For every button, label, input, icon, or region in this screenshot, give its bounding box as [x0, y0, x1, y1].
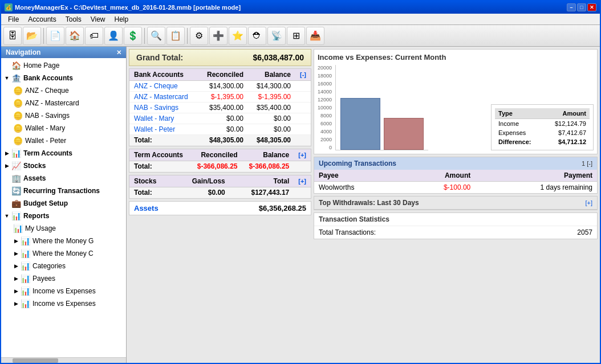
open-button[interactable]: 📂 [23, 27, 41, 45]
income2-expand-icon[interactable]: ▶ [13, 300, 19, 307]
bank-expand-icon[interactable]: ▼ [3, 75, 10, 81]
bank-toggle[interactable]: [-] [295, 69, 311, 81]
nav-stocks[interactable]: ▶ 📈 Stocks [1, 159, 126, 172]
tag-button[interactable]: 🏷 [85, 27, 103, 45]
content-inner: Grand Total: $6,038,487.00 Bank Accounts… [127, 47, 600, 363]
income1-icon: 📊 [20, 286, 30, 296]
table-row[interactable]: ANZ - Cheque $14,300.00 $14,300.00 [129, 81, 311, 92]
nav-payees[interactable]: ▶ 📊 Payees [1, 272, 126, 285]
nav-home[interactable]: 🏠 Home Page [1, 59, 126, 72]
window-title: MoneyManagerEx - C:\Dev\test_mmex_db_201… [15, 4, 241, 11]
term-toggle[interactable]: [+] [294, 149, 311, 161]
menu-tools[interactable]: Tools [61, 14, 86, 24]
menu-help[interactable]: Help [110, 14, 133, 24]
table-row[interactable]: ANZ - Mastercard $-1,395.00 $-1,395.00 [129, 92, 311, 103]
home-button[interactable]: 🏠 [66, 27, 84, 45]
nav-reports-label: Reports [23, 212, 49, 220]
account-icon-3: 🪙 [13, 111, 23, 121]
maximize-button[interactable]: □ [577, 3, 586, 11]
y-label-2000: 2000 [320, 137, 332, 142]
nav-term-accounts[interactable]: ▶ 📊 Term Accounts [1, 147, 126, 159]
menu-view[interactable]: View [86, 14, 110, 24]
withdrawals-toggle[interactable]: [+] [585, 199, 592, 206]
rss-button[interactable]: 📡 [267, 27, 286, 45]
nav-anz-cheque[interactable]: 🪙 ANZ - Cheque [1, 84, 126, 97]
legend-diff-label: Difference: [495, 137, 543, 146]
stocks-toggle[interactable]: [+] [294, 175, 311, 187]
table-row[interactable]: Wallet - Peter $0.00 $0.00 [129, 124, 311, 135]
nav-where-c-label: Where the Money C [33, 250, 94, 257]
nav-income-exp2[interactable]: ▶ 📊 Income vs Expenses [1, 297, 126, 310]
nav-reports[interactable]: ▼ 📊 Reports [1, 210, 126, 222]
where-c-expand-icon[interactable]: ▶ [13, 250, 19, 257]
stocks-col-name: Stocks [129, 175, 172, 187]
nav-my-usage[interactable]: 📊 My Usage [1, 222, 126, 235]
nav-budget[interactable]: 💼 Budget Setup [1, 197, 126, 210]
payees-expand-icon[interactable]: ▶ [13, 275, 19, 282]
nav-close-button[interactable]: ✕ [116, 49, 121, 56]
bank-row-name-5[interactable]: Wallet - Peter [129, 124, 198, 135]
table-row[interactable]: Wallet - Mary $0.00 $0.00 [129, 113, 311, 124]
income1-expand-icon[interactable]: ▶ [13, 288, 19, 295]
y-label-16000: 16000 [318, 81, 332, 87]
nav-anz-mc-label: ANZ - Mastercard [25, 99, 79, 107]
chart-section: Income vs Expenses: Current Month 20000 … [314, 49, 598, 154]
add-button[interactable]: ➕ [209, 27, 228, 45]
upcoming-row-1[interactable]: Woolworths $-100.00 1 days remaining [314, 182, 597, 194]
nav-assets[interactable]: 🏢 Assets [1, 172, 126, 185]
expense-bar [384, 118, 424, 150]
dollar-button[interactable]: 💲 [124, 27, 142, 45]
bank-row-rec-4: $0.00 [198, 113, 248, 124]
nav-where-g[interactable]: ▶ 📊 Where the Money G [1, 235, 126, 247]
nav-anz-mastercard[interactable]: 🪙 ANZ - Mastercard [1, 97, 126, 109]
term-total-row: Total: $-366,086.25 $-366,086.25 [129, 161, 311, 172]
upcoming-badge[interactable]: 1 [-] [582, 160, 592, 167]
bank-col-name: Bank Accounts [129, 69, 198, 81]
report-button[interactable]: 📋 [167, 27, 185, 45]
home-icon: 🏠 [11, 60, 21, 71]
nav-where-c[interactable]: ▶ 📊 Where the Money C [1, 247, 126, 260]
nav-scrollbar[interactable] [1, 357, 126, 363]
star-button[interactable]: ⭐ [229, 27, 247, 45]
assets-expand-icon[interactable] [3, 175, 10, 182]
menu-accounts[interactable]: Accounts [23, 14, 60, 24]
bank-row-name-4[interactable]: Wallet - Mary [129, 113, 198, 124]
user-button[interactable]: 👤 [104, 27, 123, 45]
minimize-button[interactable]: – [567, 3, 576, 11]
bank-row-name-1[interactable]: ANZ - Cheque [129, 81, 198, 92]
legend-expense-type: Expenses [495, 128, 543, 137]
bank-row-name-2[interactable]: ANZ - Mastercard [129, 92, 198, 103]
close-button[interactable]: ✕ [587, 3, 596, 11]
budget-expand-icon[interactable] [3, 200, 10, 207]
home-expand-icon[interactable] [3, 62, 10, 69]
window-button[interactable]: ⊞ [287, 27, 305, 45]
bank-row-name-3[interactable]: NAB - Savings [129, 103, 198, 113]
db-button[interactable]: 🗄 [3, 27, 22, 45]
categories-expand-icon[interactable]: ▶ [13, 263, 19, 269]
nav-recurring[interactable]: 🔄 Recurring Transactions [1, 185, 126, 197]
reports-expand-icon[interactable]: ▼ [3, 212, 10, 219]
assets-link[interactable]: Assets [134, 204, 159, 212]
nav-nab-savings[interactable]: 🪙 NAB - Savings [1, 109, 126, 122]
upcoming-header: Upcoming Transactions 1 [-] [314, 157, 597, 170]
download-button[interactable]: 📥 [306, 27, 324, 45]
recurring-expand-icon[interactable] [3, 187, 10, 194]
assets-row: Assets $6,356,268.25 [129, 201, 311, 215]
new-button[interactable]: 📄 [46, 27, 64, 45]
nav-bank-accounts[interactable]: ▼ 🏦 Bank Accounts [1, 72, 126, 84]
where-g-expand-icon[interactable]: ▶ [13, 238, 19, 244]
nav-assets-label: Assets [23, 174, 46, 182]
term-expand-icon[interactable]: ▶ [3, 150, 10, 157]
toolbar-sep-3 [187, 28, 188, 44]
nav-wallet-mary[interactable]: 🪙 Wallet - Mary [1, 122, 126, 134]
table-row[interactable]: NAB - Savings $35,400.00 $35,400.00 [129, 103, 311, 113]
help-button[interactable]: ⛑ [248, 27, 266, 45]
settings-button[interactable]: ⚙ [190, 27, 208, 45]
nav-wallet-peter[interactable]: 🪙 Wallet - Peter [1, 134, 126, 147]
nav-income-exp1[interactable]: ▶ 📊 Income vs Expenses [1, 285, 126, 297]
stocks-expand-icon[interactable]: ▶ [3, 162, 10, 169]
nav-scrollbar-thumb[interactable] [13, 358, 58, 363]
nav-categories[interactable]: ▶ 📊 Categories [1, 260, 126, 272]
menu-file[interactable]: File [3, 14, 23, 24]
search-button[interactable]: 🔍 [147, 27, 165, 45]
